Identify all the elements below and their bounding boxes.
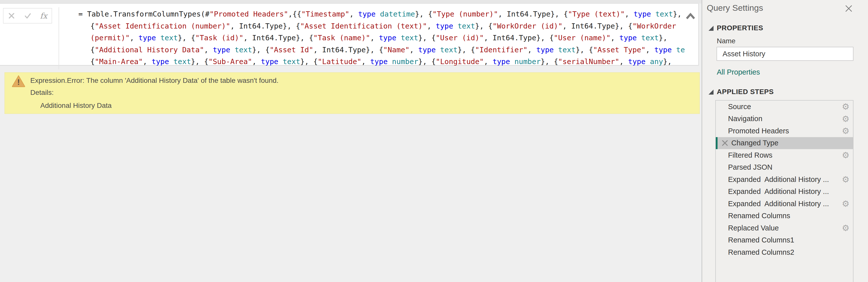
cancel-x-icon bbox=[8, 12, 15, 20]
step-label: Replaced Value bbox=[728, 224, 779, 232]
error-details-label: Details: bbox=[30, 89, 54, 97]
close-icon bbox=[844, 4, 853, 13]
formula-code-line: (permit)", type text}, {"Task (id)", Int… bbox=[59, 32, 685, 44]
all-properties-link[interactable]: All Properties bbox=[717, 68, 760, 76]
applied-steps-list: Source⚙Navigation⚙Promoted Headers⚙Chang… bbox=[715, 100, 854, 282]
step-settings-gear-icon[interactable]: ⚙ bbox=[842, 127, 849, 135]
step-label: Expanded Additional History ... bbox=[728, 176, 829, 184]
formula-code-line: {"Asset Identification (number)", Int64.… bbox=[59, 20, 685, 32]
applied-step-row[interactable]: Replaced Value⚙ bbox=[716, 222, 853, 234]
cancel-formula-button[interactable] bbox=[8, 12, 15, 20]
applied-steps-section-header[interactable]: APPLIED STEPS bbox=[717, 88, 774, 96]
step-label: Navigation bbox=[728, 115, 762, 123]
step-label: Filtered Rows bbox=[728, 151, 772, 159]
formula-code-line: {"inventoryId", type text}, {"installati… bbox=[59, 68, 685, 69]
checkmark-icon bbox=[24, 12, 32, 20]
formula-action-box: fx bbox=[3, 8, 52, 24]
confirm-formula-button[interactable] bbox=[24, 12, 32, 20]
step-label: Expanded Additional History ... bbox=[728, 187, 829, 196]
formula-code-line: {"Main-Area", type text}, {"Sub-Area", t… bbox=[59, 56, 685, 68]
applied-step-row[interactable]: Parsed JSON bbox=[716, 161, 853, 174]
formula-code-line: = Table.TransformColumnTypes(#"Promoted … bbox=[59, 8, 685, 20]
step-settings-gear-icon[interactable]: ⚙ bbox=[842, 151, 849, 159]
step-label: Renamed Columns2 bbox=[728, 248, 794, 256]
name-label: Name bbox=[717, 37, 736, 45]
svg-text:!: ! bbox=[17, 77, 20, 87]
step-settings-gear-icon[interactable]: ⚙ bbox=[842, 175, 849, 184]
error-details-value: Additional History Data bbox=[40, 102, 112, 109]
step-label: Parsed JSON bbox=[728, 163, 772, 171]
applied-step-row[interactable]: Renamed Columns2 bbox=[716, 246, 853, 258]
applied-steps-collapse-icon bbox=[709, 90, 714, 95]
step-label: Renamed Columns1 bbox=[728, 236, 794, 244]
error-message: Expression.Error: The column 'Additional… bbox=[30, 76, 278, 85]
step-label: Renamed Columns bbox=[728, 212, 790, 220]
applied-step-row[interactable]: Expanded Additional History ... bbox=[716, 186, 853, 198]
formula-bar: fx = Table.TransformColumnTypes(#"Promot… bbox=[0, 3, 699, 66]
step-label: Changed Type bbox=[731, 139, 778, 147]
formula-separator bbox=[59, 7, 59, 69]
step-settings-gear-icon[interactable]: ⚙ bbox=[842, 199, 849, 208]
properties-section-header[interactable]: PROPERTIES bbox=[717, 24, 763, 32]
error-banner: ! Expression.Error: The column 'Addition… bbox=[4, 72, 700, 114]
applied-step-row[interactable]: Renamed Columns bbox=[716, 210, 853, 222]
formula-code-line: {"Additional History Data", type text}, … bbox=[59, 44, 685, 56]
close-panel-button[interactable] bbox=[844, 4, 853, 13]
step-label: Source bbox=[728, 102, 751, 111]
step-settings-gear-icon[interactable]: ⚙ bbox=[842, 102, 849, 111]
step-label: Promoted Headers bbox=[728, 127, 789, 135]
applied-step-row[interactable]: Promoted Headers⚙ bbox=[716, 125, 853, 137]
selected-step-accent-bar bbox=[716, 137, 717, 149]
name-input[interactable] bbox=[716, 47, 854, 61]
collapse-formula-button[interactable] bbox=[684, 11, 697, 22]
applied-step-row[interactable]: Expanded Additional History ...⚙ bbox=[716, 174, 853, 186]
top-strip bbox=[0, 0, 702, 3]
chevron-up-icon bbox=[685, 11, 696, 22]
step-settings-gear-icon[interactable]: ⚙ bbox=[842, 115, 849, 123]
query-settings-panel: Query Settings PROPERTIES Name All Prope… bbox=[702, 0, 868, 282]
applied-step-row[interactable]: Expanded Additional History ...⚙ bbox=[716, 198, 853, 210]
fx-button[interactable]: fx bbox=[40, 11, 47, 20]
panel-title: Query Settings bbox=[707, 3, 763, 13]
applied-step-row[interactable]: Renamed Columns1 bbox=[716, 234, 853, 247]
delete-x-icon bbox=[721, 139, 728, 146]
applied-step-row[interactable]: Source⚙ bbox=[716, 101, 853, 113]
properties-collapse-icon bbox=[709, 26, 714, 31]
applied-step-row[interactable]: Navigation⚙ bbox=[716, 113, 853, 125]
delete-step-button[interactable] bbox=[721, 139, 728, 146]
step-settings-gear-icon[interactable]: ⚙ bbox=[842, 224, 849, 232]
applied-step-row[interactable]: Filtered Rows⚙ bbox=[716, 149, 853, 161]
step-label: Expanded Additional History ... bbox=[728, 200, 829, 208]
warning-icon: ! bbox=[11, 75, 26, 88]
formula-input[interactable]: = Table.TransformColumnTypes(#"Promoted … bbox=[59, 7, 685, 69]
applied-step-row[interactable]: Changed Type bbox=[716, 137, 853, 149]
